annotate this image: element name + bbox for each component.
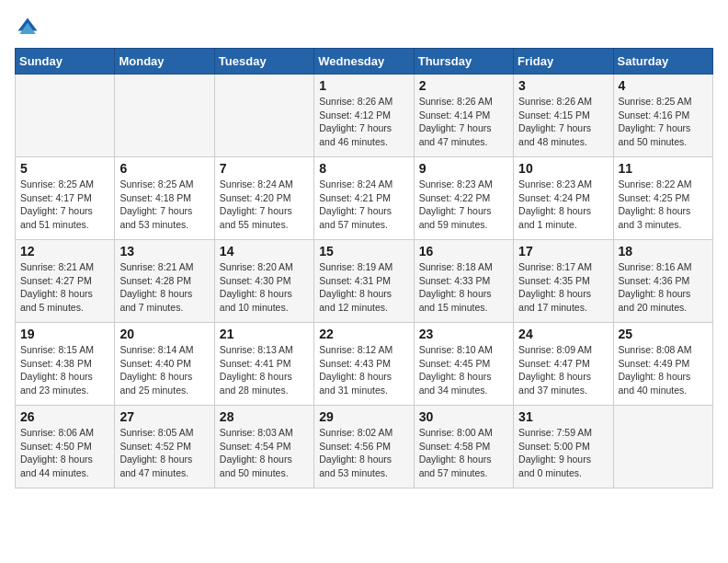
- week-row-2: 12Sunrise: 8:21 AM Sunset: 4:27 PM Dayli…: [16, 240, 713, 323]
- day-number: 5: [20, 161, 109, 176]
- day-info: Sunrise: 8:03 AM Sunset: 4:54 PM Dayligh…: [220, 426, 309, 480]
- day-cell: 27Sunrise: 8:05 AM Sunset: 4:52 PM Dayli…: [115, 406, 214, 488]
- day-cell: 2Sunrise: 8:26 AM Sunset: 4:14 PM Daylig…: [414, 75, 513, 157]
- day-cell: [115, 75, 214, 157]
- day-cell: 19Sunrise: 8:15 AM Sunset: 4:38 PM Dayli…: [16, 323, 115, 406]
- day-info: Sunrise: 8:02 AM Sunset: 4:56 PM Dayligh…: [319, 426, 408, 480]
- day-number: 26: [20, 409, 109, 424]
- day-info: Sunrise: 8:00 AM Sunset: 4:58 PM Dayligh…: [419, 426, 508, 480]
- day-cell: 26Sunrise: 8:06 AM Sunset: 4:50 PM Dayli…: [16, 406, 115, 488]
- day-cell: 22Sunrise: 8:12 AM Sunset: 4:43 PM Dayli…: [314, 323, 414, 406]
- day-number: 1: [319, 78, 408, 93]
- header-day-saturday: Saturday: [613, 49, 712, 75]
- day-number: 9: [419, 161, 508, 176]
- day-number: 2: [419, 78, 508, 93]
- day-info: Sunrise: 8:09 AM Sunset: 4:47 PM Dayligh…: [518, 343, 608, 397]
- day-info: Sunrise: 8:21 AM Sunset: 4:27 PM Dayligh…: [20, 260, 109, 315]
- day-number: 4: [619, 78, 708, 93]
- day-number: 6: [119, 161, 209, 176]
- week-row-0: 1Sunrise: 8:26 AM Sunset: 4:12 PM Daylig…: [16, 75, 713, 157]
- header-day-thursday: Thursday: [414, 49, 513, 75]
- day-cell: 15Sunrise: 8:19 AM Sunset: 4:31 PM Dayli…: [314, 240, 414, 323]
- day-cell: 28Sunrise: 8:03 AM Sunset: 4:54 PM Dayli…: [214, 406, 313, 488]
- day-cell: 10Sunrise: 8:23 AM Sunset: 4:24 PM Dayli…: [514, 157, 613, 240]
- header-day-sunday: Sunday: [16, 49, 115, 75]
- day-number: 19: [20, 327, 109, 341]
- day-number: 31: [518, 409, 608, 424]
- day-number: 3: [518, 78, 608, 93]
- day-info: Sunrise: 8:22 AM Sunset: 4:25 PM Dayligh…: [619, 178, 708, 232]
- header-day-wednesday: Wednesday: [314, 49, 414, 75]
- day-number: 30: [419, 409, 508, 424]
- day-cell: 6Sunrise: 8:25 AM Sunset: 4:18 PM Daylig…: [115, 157, 214, 240]
- calendar-body: 1Sunrise: 8:26 AM Sunset: 4:12 PM Daylig…: [16, 75, 713, 488]
- day-info: Sunrise: 8:21 AM Sunset: 4:28 PM Dayligh…: [119, 260, 209, 315]
- day-cell: 31Sunrise: 7:59 AM Sunset: 5:00 PM Dayli…: [514, 406, 613, 488]
- day-info: Sunrise: 8:26 AM Sunset: 4:12 PM Dayligh…: [319, 95, 408, 149]
- day-info: Sunrise: 8:06 AM Sunset: 4:50 PM Dayligh…: [20, 426, 109, 480]
- day-number: 23: [419, 327, 508, 341]
- day-info: Sunrise: 8:18 AM Sunset: 4:33 PM Dayligh…: [419, 260, 508, 315]
- day-cell: 13Sunrise: 8:21 AM Sunset: 4:28 PM Dayli…: [115, 240, 214, 323]
- day-number: 18: [619, 244, 708, 259]
- day-number: 29: [319, 409, 408, 424]
- day-number: 8: [319, 161, 408, 176]
- day-number: 17: [518, 244, 608, 259]
- day-cell: 11Sunrise: 8:22 AM Sunset: 4:25 PM Dayli…: [613, 157, 712, 240]
- day-number: 13: [119, 244, 209, 259]
- day-cell: 7Sunrise: 8:24 AM Sunset: 4:20 PM Daylig…: [214, 157, 313, 240]
- day-number: 21: [220, 327, 309, 341]
- day-number: 10: [518, 161, 608, 176]
- day-number: 12: [20, 244, 109, 259]
- day-cell: 30Sunrise: 8:00 AM Sunset: 4:58 PM Dayli…: [414, 406, 513, 488]
- calendar-header: SundayMondayTuesdayWednesdayThursdayFrid…: [16, 49, 713, 75]
- day-info: Sunrise: 8:23 AM Sunset: 4:24 PM Dayligh…: [518, 178, 608, 232]
- day-cell: 23Sunrise: 8:10 AM Sunset: 4:45 PM Dayli…: [414, 323, 513, 406]
- header-day-friday: Friday: [514, 49, 613, 75]
- day-cell: [613, 406, 712, 488]
- calendar-table: SundayMondayTuesdayWednesdayThursdayFrid…: [15, 48, 713, 488]
- day-number: 22: [319, 327, 408, 341]
- day-info: Sunrise: 7:59 AM Sunset: 5:00 PM Dayligh…: [518, 426, 608, 480]
- day-cell: 25Sunrise: 8:08 AM Sunset: 4:49 PM Dayli…: [613, 323, 712, 406]
- day-info: Sunrise: 8:13 AM Sunset: 4:41 PM Dayligh…: [220, 343, 309, 397]
- day-info: Sunrise: 8:20 AM Sunset: 4:30 PM Dayligh…: [220, 260, 309, 315]
- day-number: 24: [518, 327, 608, 341]
- day-number: 28: [220, 409, 309, 424]
- day-info: Sunrise: 8:25 AM Sunset: 4:17 PM Dayligh…: [20, 178, 109, 232]
- day-info: Sunrise: 8:08 AM Sunset: 4:49 PM Dayligh…: [619, 343, 708, 397]
- day-info: Sunrise: 8:15 AM Sunset: 4:38 PM Dayligh…: [20, 343, 109, 397]
- day-cell: 12Sunrise: 8:21 AM Sunset: 4:27 PM Dayli…: [16, 240, 115, 323]
- day-number: 7: [220, 161, 309, 176]
- day-cell: 4Sunrise: 8:25 AM Sunset: 4:16 PM Daylig…: [613, 75, 712, 157]
- day-cell: 5Sunrise: 8:25 AM Sunset: 4:17 PM Daylig…: [16, 157, 115, 240]
- day-info: Sunrise: 8:19 AM Sunset: 4:31 PM Dayligh…: [319, 260, 408, 315]
- day-cell: 17Sunrise: 8:17 AM Sunset: 4:35 PM Dayli…: [514, 240, 613, 323]
- day-cell: 18Sunrise: 8:16 AM Sunset: 4:36 PM Dayli…: [613, 240, 712, 323]
- day-cell: 24Sunrise: 8:09 AM Sunset: 4:47 PM Dayli…: [514, 323, 613, 406]
- day-number: 20: [119, 327, 209, 341]
- logo: [15, 15, 44, 40]
- day-number: 15: [319, 244, 408, 259]
- day-info: Sunrise: 8:10 AM Sunset: 4:45 PM Dayligh…: [419, 343, 508, 397]
- day-info: Sunrise: 8:25 AM Sunset: 4:18 PM Dayligh…: [119, 178, 209, 232]
- week-row-1: 5Sunrise: 8:25 AM Sunset: 4:17 PM Daylig…: [16, 157, 713, 240]
- day-cell: 29Sunrise: 8:02 AM Sunset: 4:56 PM Dayli…: [314, 406, 414, 488]
- header-day-monday: Monday: [115, 49, 214, 75]
- day-info: Sunrise: 8:25 AM Sunset: 4:16 PM Dayligh…: [619, 95, 708, 149]
- day-cell: 8Sunrise: 8:24 AM Sunset: 4:21 PM Daylig…: [314, 157, 414, 240]
- day-info: Sunrise: 8:05 AM Sunset: 4:52 PM Dayligh…: [119, 426, 209, 480]
- logo-icon: [15, 15, 40, 40]
- week-row-3: 19Sunrise: 8:15 AM Sunset: 4:38 PM Dayli…: [16, 323, 713, 406]
- day-cell: 9Sunrise: 8:23 AM Sunset: 4:22 PM Daylig…: [414, 157, 513, 240]
- day-cell: 14Sunrise: 8:20 AM Sunset: 4:30 PM Dayli…: [214, 240, 313, 323]
- day-info: Sunrise: 8:14 AM Sunset: 4:40 PM Dayligh…: [119, 343, 209, 397]
- week-row-4: 26Sunrise: 8:06 AM Sunset: 4:50 PM Dayli…: [16, 406, 713, 488]
- day-cell: [214, 75, 313, 157]
- day-info: Sunrise: 8:24 AM Sunset: 4:21 PM Dayligh…: [319, 178, 408, 232]
- day-info: Sunrise: 8:16 AM Sunset: 4:36 PM Dayligh…: [619, 260, 708, 315]
- day-info: Sunrise: 8:12 AM Sunset: 4:43 PM Dayligh…: [319, 343, 408, 397]
- day-info: Sunrise: 8:26 AM Sunset: 4:15 PM Dayligh…: [518, 95, 608, 149]
- day-cell: 1Sunrise: 8:26 AM Sunset: 4:12 PM Daylig…: [314, 75, 414, 157]
- day-info: Sunrise: 8:17 AM Sunset: 4:35 PM Dayligh…: [518, 260, 608, 315]
